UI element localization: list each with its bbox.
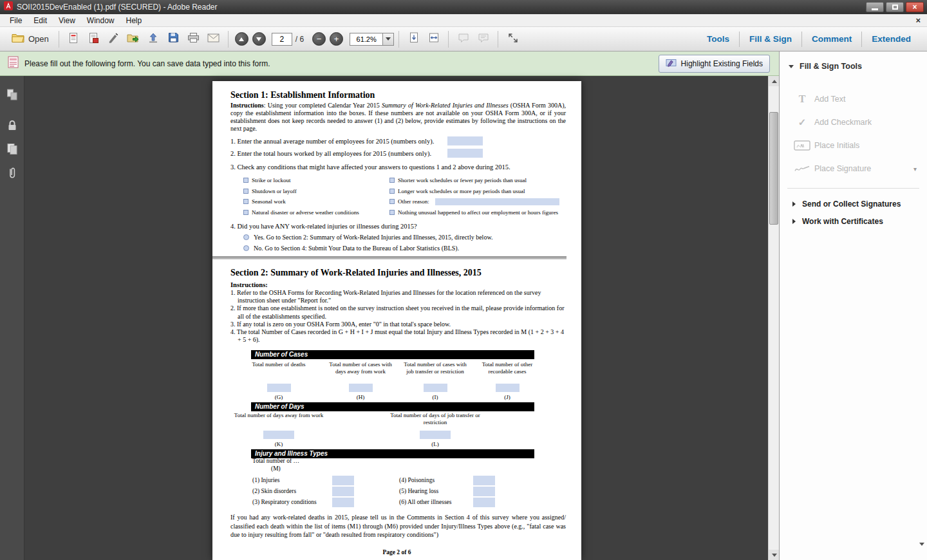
envelope-icon — [207, 33, 220, 45]
checkbox-label: Longer work schedules or more pay period… — [398, 188, 525, 194]
field-m1[interactable] — [332, 476, 354, 485]
email-button[interactable] — [205, 30, 222, 48]
close-button[interactable]: × — [906, 2, 924, 12]
scrollbar-up-button[interactable] — [769, 76, 780, 86]
field-m4[interactable] — [473, 476, 495, 485]
column-letter: (G) — [245, 394, 312, 400]
previous-page-button[interactable] — [235, 32, 248, 46]
fit-width-button[interactable] — [425, 30, 442, 48]
highlight-existing-fields-button[interactable]: Highlight Existing Fields — [659, 55, 770, 73]
checkbox-nothing-unusual[interactable] — [389, 210, 395, 215]
upload-arrow-icon — [148, 33, 158, 46]
menu-help[interactable]: Help — [120, 15, 148, 26]
field-l[interactable] — [420, 431, 451, 439]
fullscreen-button[interactable] — [504, 30, 521, 48]
create-pdf-button[interactable] — [85, 30, 102, 48]
employees-2015-field[interactable] — [447, 136, 483, 145]
field-m5[interactable] — [473, 487, 495, 496]
menu-view[interactable]: View — [53, 15, 81, 26]
field-m6[interactable] — [473, 498, 495, 507]
other-reason-field[interactable] — [435, 198, 559, 205]
checkbox-strike-or-lockout[interactable] — [243, 178, 248, 183]
next-page-button[interactable] — [252, 32, 266, 46]
scroll-mode-button[interactable] — [405, 30, 422, 48]
page-thumbnails-button[interactable] — [0, 85, 24, 107]
zoom-out-button[interactable]: − — [312, 32, 326, 46]
menu-bar: File Edit View Window Help × — [0, 14, 927, 27]
column-header: Total number of other recordable cases — [474, 361, 541, 384]
checkbox-row: Strike or lockout Shorter work schedules… — [243, 175, 570, 186]
zoom-in-button[interactable]: + — [330, 32, 343, 46]
signature-dropdown-chevron-icon[interactable]: ▾ — [913, 165, 917, 173]
cases-column-g: Total number of deaths (G) — [245, 361, 312, 400]
maximize-icon — [892, 5, 898, 10]
field-m3[interactable] — [332, 498, 354, 507]
attachments-button[interactable] — [0, 163, 24, 185]
zoom-level-input[interactable]: 61.2% — [350, 33, 383, 46]
tool-add-checkmark[interactable]: ✓ Add Checkmark — [780, 111, 927, 134]
up-arrow-icon — [772, 80, 777, 83]
radio-no[interactable] — [243, 245, 249, 251]
close-pane-x-icon[interactable]: × — [915, 15, 921, 25]
checkbox-natural-disaster[interactable] — [243, 210, 248, 215]
scroll-mode-icon — [409, 32, 419, 46]
link-work-with-certificates[interactable]: Work with Certificates — [780, 212, 927, 230]
save-button[interactable] — [165, 30, 182, 48]
fill-sign-pane-button[interactable]: Fill & Sign — [740, 34, 801, 44]
instructions-label: Instructions — [230, 102, 264, 109]
tool-place-signature[interactable]: Place Signature ▾ — [780, 157, 927, 180]
open-button[interactable]: Open — [6, 30, 54, 48]
cases-column-j: Total number of other recordable cases (… — [474, 361, 541, 400]
page-number-input[interactable]: 2 — [272, 33, 292, 46]
scrollbar-thumb[interactable] — [769, 112, 778, 225]
radio-yes[interactable] — [243, 234, 249, 240]
column-letter: (H) — [327, 394, 394, 400]
tool-add-text[interactable]: T Add Text — [780, 88, 927, 111]
instruction-item: 4. The total Number of Cases recorded in… — [230, 328, 566, 344]
extended-pane-button[interactable]: Extended — [862, 34, 921, 44]
page-footer: Page 2 of 6 — [212, 549, 581, 555]
checkbox-other-reason[interactable] — [389, 199, 395, 204]
tool-place-initials[interactable]: Place Initials — [780, 134, 927, 157]
checkbox-shorter-schedules[interactable] — [389, 178, 395, 183]
field-h[interactable] — [349, 384, 373, 392]
menu-file[interactable]: File — [4, 15, 28, 26]
toolbar-separator — [498, 31, 498, 48]
question-1-text: 1. Enter the annual average number of em… — [230, 138, 434, 145]
summary-tables: Number of Cases Total number of deaths (… — [251, 350, 534, 511]
menu-edit[interactable]: Edit — [28, 15, 53, 26]
vertical-scrollbar[interactable] — [768, 76, 779, 560]
field-j[interactable] — [496, 384, 520, 392]
annotate-button[interactable] — [474, 30, 492, 48]
fill-sign-pen-button[interactable] — [105, 30, 122, 48]
field-g[interactable] — [267, 384, 291, 392]
fill-sign-tools-header[interactable]: Fill & Sign Tools — [789, 62, 927, 71]
zoom-dropdown-button[interactable] — [383, 33, 394, 46]
security-settings-button[interactable] — [0, 116, 24, 138]
section2-instructions-label: Instructions: — [230, 281, 268, 288]
checkbox-longer-schedules[interactable] — [389, 189, 395, 194]
upload-document-button[interactable] — [145, 30, 162, 48]
comment-pane-button[interactable]: Comment — [802, 34, 861, 44]
send-file-button[interactable] — [125, 30, 142, 48]
checkbox-shutdown-or-layoff[interactable] — [243, 189, 248, 194]
maximize-button[interactable] — [886, 2, 904, 12]
checkbox-seasonal-work[interactable] — [243, 199, 248, 204]
question-3-text: 3. Check any conditions that might have … — [230, 163, 510, 171]
link-send-or-collect-signatures[interactable]: Send or Collect Signatures — [780, 195, 927, 212]
print-button[interactable] — [185, 30, 202, 48]
comment-bubble-button[interactable] — [454, 30, 472, 48]
panel-scroll-down-icon[interactable] — [919, 546, 924, 557]
checkbox-label: Shorter work schedules or fewer pay peri… — [398, 177, 527, 183]
pages-panel-button[interactable] — [0, 139, 24, 161]
minimize-button[interactable] — [866, 2, 884, 12]
panel-title: Fill & Sign Tools — [800, 62, 862, 71]
field-m2[interactable] — [332, 487, 354, 496]
export-pdf-button[interactable] — [65, 30, 82, 48]
scrollbar-down-button[interactable] — [769, 550, 780, 560]
field-k[interactable] — [263, 431, 294, 439]
hours-2015-field[interactable] — [447, 149, 483, 158]
field-i[interactable] — [424, 384, 447, 392]
tools-pane-button[interactable]: Tools — [697, 34, 739, 44]
menu-window[interactable]: Window — [81, 15, 120, 26]
